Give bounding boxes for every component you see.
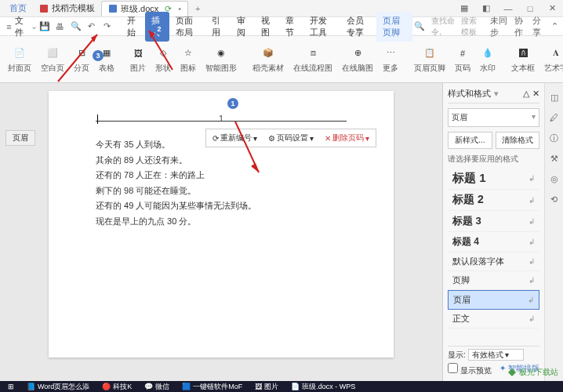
style-h2[interactable]: 标题 2↲ [448, 190, 539, 211]
menubar: ≡ 文件 ⌄ 💾 🖶 🔍 ↶ ↷ 开始 插入 页面布局 引用 审阅 视图 章节 … [0, 17, 563, 36]
strip-backup-icon[interactable]: ⟲ [548, 193, 561, 205]
tab-start[interactable]: 开始 [121, 12, 145, 42]
header-label[interactable]: 页眉 [5, 130, 35, 146]
task-wechat[interactable]: 💬 微信 [140, 381, 174, 393]
ribbon-wordart[interactable]: 𝐀艺术字 [541, 44, 563, 75]
doc-main[interactable]: 1 页眉 ⟳ 重新编号 ▾ ⚙ 页码设置 ▾ ✕ 删除页码 ▾ 今天有 35 人… [0, 83, 442, 381]
svg-marker-2 [508, 368, 516, 376]
tab-layout[interactable]: 页面布局 [169, 12, 205, 42]
strip-prop-icon[interactable]: ◎ [548, 172, 561, 185]
ribbon-watermark[interactable]: 💧水印 [477, 44, 499, 75]
ribbon-textbox[interactable]: 🅰文本框 [508, 44, 538, 75]
ribbon-break[interactable]: ⊟分页 [71, 44, 93, 75]
menu-icon[interactable]: ≡ [5, 21, 13, 32]
pin-icon[interactable]: △ [523, 89, 529, 99]
task-img[interactable]: 🖼 图片 [250, 381, 283, 393]
task-word[interactable]: 📘 Word页眉怎么添 [22, 381, 94, 393]
close-button[interactable]: ✕ [544, 2, 560, 16]
preview-checkbox[interactable] [448, 363, 458, 373]
grid-icon[interactable]: ▦ [456, 2, 472, 16]
ribbon-picture[interactable]: 🖼图片 [127, 44, 149, 75]
line: 现在是早上的九点 30 分。 [96, 215, 347, 229]
task-app[interactable]: 🔴 科技K [97, 381, 136, 393]
styles-sidebar: 样式和格式 ▾ △ ✕ 页眉▾ 新样式... 清除格式 请选择要应用的格式 标题… [442, 83, 544, 381]
ribbon-more[interactable]: ⋯更多 [380, 44, 401, 75]
page-number: 1 [219, 114, 223, 123]
document-content[interactable]: 今天有 35 人到场。 其余的 89 人还没有来。 还有的 78 人正在：来的路… [96, 138, 347, 229]
ribbon-cover[interactable]: 📄封面页 [5, 44, 35, 75]
line: 剩下的 98 可能还在睡觉。 [96, 184, 347, 198]
strip-tool-icon[interactable]: ⚒ [548, 152, 561, 165]
delete-pagenum-button[interactable]: ✕ 删除页码 ▾ [320, 131, 374, 145]
app-icon[interactable]: ◧ [478, 2, 494, 16]
ribbon-mindmap[interactable]: ⊕在线脑图 [339, 44, 376, 75]
tab-dev[interactable]: 开发工具 [303, 12, 340, 42]
renumber-button[interactable]: ⟳ 重新编号 ▾ [208, 131, 262, 145]
search-hint[interactable]: 搜索模板 [461, 16, 483, 38]
redo-icon[interactable]: ↷ [102, 21, 113, 32]
strip-select-icon[interactable]: ◫ [548, 91, 561, 103]
file-menu[interactable]: 文件 [15, 15, 29, 38]
word-icon [108, 4, 118, 13]
style-h1[interactable]: 标题 1↲ [448, 168, 539, 190]
tab-header-footer[interactable]: 页眉页脚 [376, 12, 412, 42]
ribbon: 📄封面页 ⬜空白页 ⊟分页 ▦表格 🖼图片 ◇形状 ☆图标 ◉智能图形 📦稻壳素… [0, 36, 563, 83]
start-button[interactable]: ⊞ [3, 382, 19, 391]
style-list: 标题 1↲ 标题 2↲ 标题 3↲ 标题 4↲ 默认段落字体↲ 页脚↲ 页眉↲ … [448, 168, 539, 328]
maximize-button[interactable]: □ [522, 2, 538, 16]
strip-style-icon[interactable]: 🖊 [548, 111, 561, 124]
show-select[interactable]: 有效格式 ▾ [468, 349, 525, 361]
clear-format-button[interactable]: 清除格式 [496, 132, 540, 149]
coop-button[interactable]: 协作 [514, 15, 527, 38]
style-default[interactable]: 默认段落字体↲ [448, 252, 539, 271]
style-header[interactable]: 页眉↲ [448, 290, 539, 310]
sync-status[interactable]: 未同步 [490, 15, 508, 38]
tab-label: 找稻壳模板 [52, 2, 95, 14]
marker-3: 3 [93, 50, 104, 61]
minimize-button[interactable]: — [500, 2, 516, 16]
sidebar-title: 样式和格式 [448, 88, 491, 100]
find-hint: 查找命令, [431, 16, 455, 38]
tab-template[interactable]: 找稻壳模板 [33, 1, 101, 16]
svg-rect-0 [40, 5, 48, 13]
page[interactable]: 1 页眉 ⟳ 重新编号 ▾ ⚙ 页码设置 ▾ ✕ 删除页码 ▾ 今天有 35 人… [49, 91, 394, 358]
tab-home[interactable]: 首页 [3, 1, 33, 16]
doc-icon [39, 4, 49, 13]
taskbar: ⊞ 📘 Word页眉怎么添 🔴 科技K 💬 微信 🟦 一键链软件MoF 🖼 图片… [0, 381, 563, 392]
ribbon-pagenum[interactable]: #页码 [452, 44, 474, 75]
right-toolbar: ◫ 🖊 ⓘ ⚒ ◎ ⟲ [544, 83, 563, 381]
share-button[interactable]: 分享 [532, 15, 545, 38]
ribbon-icon[interactable]: ☆图标 [177, 44, 199, 75]
ribbon-shape[interactable]: ◇形状 [152, 44, 174, 75]
chevron-icon[interactable]: ⌃ [551, 21, 558, 31]
marker-2: 2 [154, 24, 165, 34]
new-style-button[interactable]: 新样式... [448, 132, 492, 149]
task-soft[interactable]: 🟦 一键链软件MoF [177, 381, 247, 393]
style-hint: 请选择要应用的格式 [448, 154, 539, 165]
current-style[interactable]: 页眉▾ [448, 108, 539, 127]
tab-section[interactable]: 章节 [279, 12, 303, 42]
style-body[interactable]: 正文↲ [448, 310, 539, 328]
style-footer[interactable]: 页脚↲ [448, 271, 539, 290]
save-icon[interactable]: 💾 [39, 21, 50, 32]
tab-reference[interactable]: 引用 [205, 12, 230, 42]
tab-member[interactable]: 会员专享 [340, 12, 376, 42]
tab-review[interactable]: 审阅 [231, 12, 255, 42]
print-icon[interactable]: 🖶 [55, 21, 66, 32]
tab-view[interactable]: 视图 [255, 12, 279, 42]
style-h3[interactable]: 标题 3↲ [448, 211, 539, 232]
style-h4[interactable]: 标题 4↲ [448, 232, 539, 252]
task-wps[interactable]: 📄 班级.docx - WPS [286, 381, 360, 393]
find-icon[interactable]: 🔍 [414, 21, 425, 31]
ribbon-flowchart[interactable]: ⧈在线流程图 [290, 44, 336, 75]
page-setup-button[interactable]: ⚙ 页码设置 ▾ [263, 131, 318, 145]
ribbon-header-footer[interactable]: 📋页眉页脚 [411, 44, 449, 75]
close-panel-icon[interactable]: ✕ [532, 89, 539, 99]
ribbon-material[interactable]: 📦稻壳素材 [249, 44, 287, 75]
preview-icon[interactable]: 🔍 [71, 21, 82, 32]
ribbon-smart[interactable]: ◉智能图形 [202, 44, 240, 75]
line: 还有的 49 人可能因为某些事情无法到场。 [96, 199, 347, 213]
ribbon-blank[interactable]: ⬜空白页 [38, 44, 67, 75]
strip-limit-icon[interactable]: ⓘ [548, 132, 561, 144]
undo-icon[interactable]: ↶ [86, 21, 97, 32]
